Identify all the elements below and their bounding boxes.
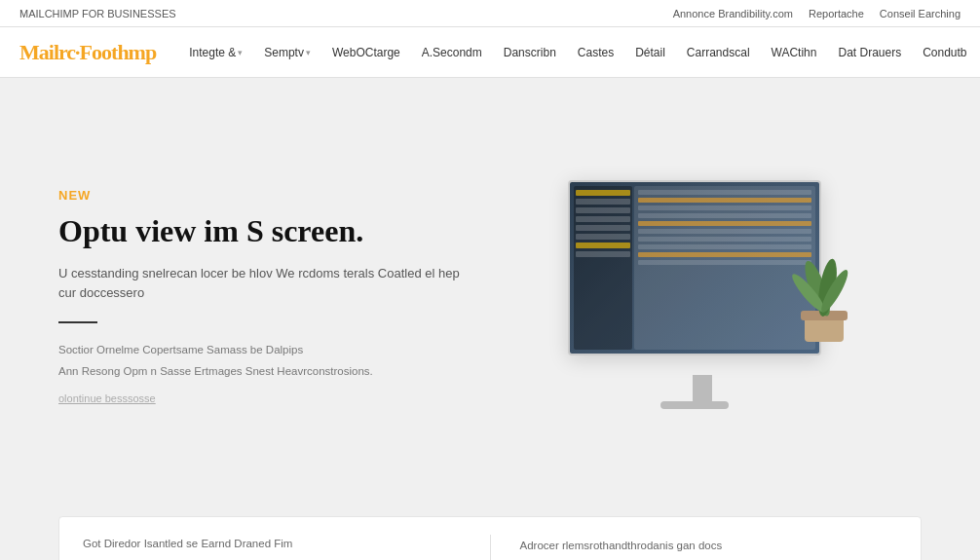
nav-item-8[interactable]: WACtihn — [762, 42, 827, 63]
bottom-right-text: Adrocer rlemsrothandthrodanis gan docs — [520, 538, 898, 553]
nav-item-2[interactable]: WebOCtarge — [322, 42, 410, 63]
screen-sidebar-item — [576, 207, 630, 213]
nav-item-0[interactable]: Integte & ▾ — [179, 42, 252, 63]
bottom-divider — [490, 535, 491, 560]
screen-row-highlight — [638, 221, 811, 226]
hero-title: Optu view im S screen. — [58, 212, 468, 249]
top-bar-link-3[interactable]: Conseil Earching — [880, 8, 961, 19]
screen-sidebar-item — [576, 216, 630, 222]
hero-subtitle: U cesstanding snelrecan locer be hlov We… — [58, 264, 468, 305]
top-bar-link-1[interactable]: Annonce Brandibility.com — [673, 8, 793, 19]
monitor-base — [660, 401, 729, 409]
screen-row — [638, 205, 811, 210]
nav-item-9[interactable]: Dat Drauers — [828, 42, 911, 63]
bottom-left: Got Diredor Isantled se Earnd Draned Fim… — [83, 536, 461, 560]
nav-item-10[interactable]: Condutb — [913, 42, 976, 63]
top-bar-link-2[interactable]: Reportache — [809, 8, 864, 19]
top-bar: MAILCHIMP FOR BUSINESSES Annonce Brandib… — [0, 0, 980, 27]
screen-row — [638, 213, 811, 218]
screen-sidebar-item — [576, 190, 630, 196]
nav-item-7[interactable]: Carrandscal — [677, 42, 760, 63]
nav-item-1[interactable]: Semptv ▾ — [254, 42, 320, 63]
logo[interactable]: Mailrc·Foothmp — [19, 40, 156, 65]
chevron-down-icon: ▾ — [238, 48, 243, 57]
hero-content: NEW Optu view im S screen. U cesstanding… — [58, 188, 468, 406]
hero-image — [468, 180, 922, 414]
screen-sidebar-item — [576, 251, 630, 257]
bottom-left-text: Got Diredor Isantled se Earnd Draned Fim — [83, 536, 461, 551]
top-bar-left-text: MAILCHIMP FOR BUSINESSES — [19, 8, 176, 19]
hero-badge: NEW — [58, 188, 468, 203]
nav-item-6[interactable]: Détail — [625, 42, 675, 63]
chevron-down-icon: ▾ — [306, 48, 311, 57]
monitor-stand — [693, 375, 712, 404]
bottom-right: Adrocer rlemsrothandthrodanis gan docs F… — [520, 538, 898, 560]
hero-desc-2: Ann Resong Opm n Sasse Ertmages Snest He… — [58, 362, 468, 380]
screen-inner — [570, 182, 819, 354]
header: Mailrc·Foothmp Integte & ▾ Semptv ▾ WebO… — [0, 27, 980, 78]
nav-item-3[interactable]: A.Secondm — [412, 42, 492, 63]
bottom-section: Got Diredor Isantled se Earnd Draned Fim… — [58, 516, 922, 560]
screen-row-highlight — [638, 198, 811, 203]
nav-item-5[interactable]: Castes — [568, 42, 623, 63]
hero-divider — [58, 321, 97, 323]
logo-text: Mailrc·Foothmp — [19, 40, 156, 64]
hero-section: NEW Optu view im S screen. U cesstanding… — [0, 78, 980, 506]
screen-sidebar-item — [576, 199, 630, 205]
main-nav: Integte & ▾ Semptv ▾ WebOCtarge A.Second… — [179, 42, 980, 63]
screen-row — [638, 190, 811, 195]
top-bar-links: Annonce Brandibility.com Reportache Cons… — [673, 8, 961, 19]
screen-sidebar-item — [576, 225, 630, 231]
plant-decoration — [785, 229, 863, 346]
screen-sidebar-item — [576, 243, 630, 248]
nav-item-4[interactable]: Danscribn — [494, 42, 566, 63]
screen-sidebar — [574, 186, 632, 350]
hero-link[interactable]: olontinue besssosse — [58, 392, 156, 404]
plant-svg — [785, 229, 863, 346]
screen-sidebar-item — [576, 234, 630, 240]
monitor-screen — [568, 180, 821, 355]
hero-desc-1: Soctior Ornelme Copertsame Samass be Dal… — [58, 341, 468, 358]
